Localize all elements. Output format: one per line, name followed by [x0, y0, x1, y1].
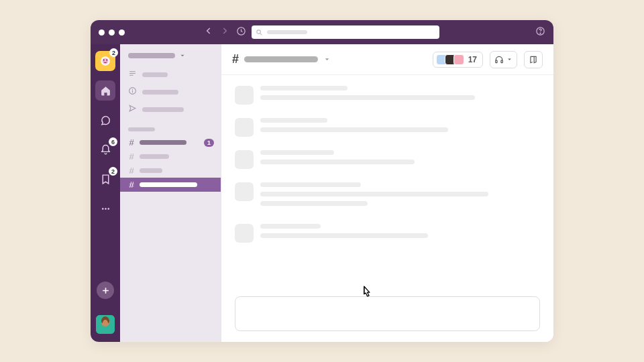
members-button[interactable]: 17 — [433, 52, 483, 68]
minimize-dot[interactable] — [109, 29, 115, 36]
nav-back-icon[interactable] — [204, 26, 213, 38]
rail-home[interactable] — [95, 80, 115, 101]
bookmark-icon — [100, 174, 111, 185]
channel-label — [140, 154, 169, 159]
member-avatar — [453, 54, 464, 65]
nav-label — [142, 107, 184, 112]
nav-icon — [128, 68, 137, 80]
message-text-line — [260, 192, 488, 196]
window-controls[interactable] — [99, 29, 125, 36]
activity-badge: 6 — [109, 137, 117, 146]
channel-sidebar: #1### — [120, 44, 221, 342]
sidebar-nav-item[interactable] — [120, 66, 221, 83]
close-dot[interactable] — [99, 29, 105, 36]
message-text-line — [260, 150, 334, 155]
rail-more[interactable] — [95, 198, 115, 219]
workspace-switcher[interactable] — [120, 50, 221, 66]
message[interactable] — [235, 118, 540, 137]
canvas-icon — [529, 55, 538, 64]
message[interactable] — [235, 224, 540, 243]
nav-forward-icon[interactable] — [220, 26, 229, 38]
svg-rect-14 — [496, 60, 497, 63]
svg-point-10 — [107, 208, 109, 210]
bell-icon — [100, 144, 111, 156]
message[interactable] — [235, 150, 540, 169]
nav-label — [142, 90, 178, 95]
main-pane: # 17 — [221, 44, 553, 342]
channel-item[interactable]: #1 — [120, 135, 221, 149]
sidebar-nav-item[interactable] — [120, 83, 221, 101]
message-text-line — [260, 233, 428, 238]
svg-point-5 — [103, 58, 109, 64]
message-text-line — [260, 118, 327, 123]
plus-icon — [101, 286, 110, 295]
channel-item[interactable]: # — [120, 178, 221, 192]
rail-activity[interactable]: 6 — [95, 139, 115, 160]
hash-icon: # — [128, 137, 135, 147]
user-avatar[interactable] — [96, 315, 115, 334]
workspace-name — [128, 53, 175, 58]
hash-icon: # — [128, 152, 135, 162]
message-text-line — [260, 127, 448, 132]
message-composer[interactable] — [235, 296, 540, 331]
canvas-button[interactable] — [524, 51, 543, 68]
channel-header: # 17 — [221, 44, 553, 75]
member-count: 17 — [468, 55, 477, 64]
create-button[interactable] — [97, 282, 114, 299]
channel-name — [244, 56, 318, 62]
headphones-icon — [494, 55, 504, 64]
chevron-down-icon — [323, 56, 331, 63]
message-text-line — [260, 182, 361, 187]
nav-icon — [128, 103, 137, 115]
channel-label — [140, 182, 197, 187]
channels-section-header[interactable] — [128, 127, 155, 131]
help-icon[interactable] — [535, 26, 545, 39]
chevron-down-icon — [179, 52, 186, 59]
message-avatar[interactable] — [235, 224, 254, 243]
search-placeholder — [267, 30, 307, 34]
workspace-rail: 2 6 2 — [91, 44, 120, 342]
message-text-line — [260, 95, 475, 100]
message-text-line — [260, 160, 415, 164]
rail-dms[interactable] — [95, 110, 115, 130]
workspace-logo-icon — [99, 55, 111, 67]
titlebar — [91, 20, 553, 44]
workspace-tile[interactable]: 2 — [95, 51, 115, 71]
svg-rect-15 — [501, 60, 502, 63]
message-list[interactable] — [221, 75, 553, 292]
huddle-button[interactable] — [490, 51, 517, 68]
dm-icon — [100, 115, 111, 126]
message-avatar[interactable] — [235, 150, 254, 169]
history-icon[interactable] — [236, 26, 246, 39]
svg-point-9 — [105, 208, 107, 210]
message-avatar[interactable] — [235, 182, 254, 201]
avatar-image — [96, 315, 115, 334]
hash-icon: # — [128, 166, 135, 176]
more-icon — [100, 203, 111, 215]
nav-label — [142, 72, 168, 77]
message[interactable] — [235, 86, 540, 105]
svg-point-3 — [540, 33, 541, 34]
zoom-dot[interactable] — [119, 29, 125, 36]
message-avatar[interactable] — [235, 86, 254, 105]
message[interactable] — [235, 182, 540, 210]
channel-item[interactable]: # — [120, 164, 221, 178]
search-input[interactable] — [252, 25, 439, 39]
search-icon — [256, 29, 263, 36]
workspace-badge: 2 — [109, 48, 118, 57]
svg-point-6 — [103, 60, 105, 61]
channel-title[interactable]: # — [232, 52, 331, 66]
svg-point-7 — [106, 60, 107, 61]
later-badge: 2 — [109, 167, 117, 176]
channel-item[interactable]: # — [120, 149, 221, 164]
rail-later[interactable]: 2 — [95, 169, 115, 189]
message-avatar[interactable] — [235, 118, 254, 137]
sidebar-nav-item[interactable] — [120, 101, 221, 118]
home-icon — [100, 85, 111, 97]
hash-icon: # — [128, 180, 135, 190]
message-text-line — [260, 86, 347, 90]
svg-point-8 — [101, 208, 103, 210]
app-window: 2 6 2 — [91, 20, 553, 342]
chevron-down-icon — [506, 56, 513, 62]
message-text-line — [260, 224, 321, 229]
